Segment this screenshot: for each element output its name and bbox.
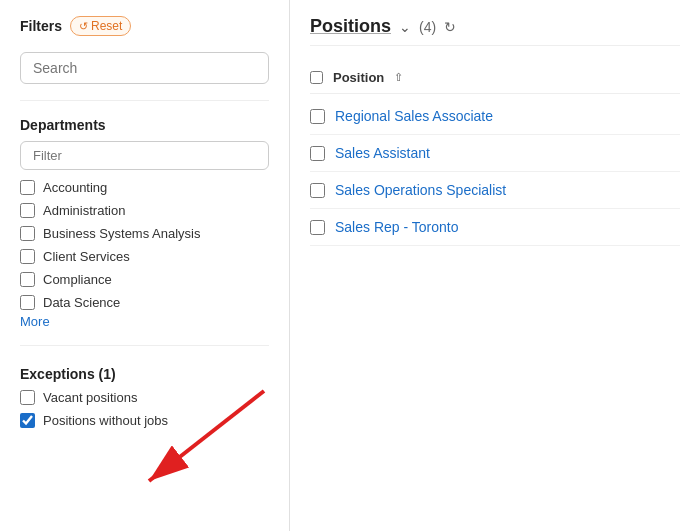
dept-checkbox-administration[interactable]: [20, 203, 35, 218]
dept-label-compliance: Compliance: [43, 272, 112, 287]
position-name-sales-ops: Sales Operations Specialist: [335, 182, 506, 198]
dept-item-accounting[interactable]: Accounting: [20, 180, 269, 195]
positions-title: Positions: [310, 16, 391, 37]
divider-1: [20, 100, 269, 101]
dept-label-client-services: Client Services: [43, 249, 130, 264]
dept-label-administration: Administration: [43, 203, 125, 218]
position-checkbox-regional-sales[interactable]: [310, 109, 325, 124]
divider-2: [20, 345, 269, 346]
position-name-sales-assistant: Sales Assistant: [335, 145, 430, 161]
table-header: Position ⇧: [310, 62, 680, 94]
dept-label-accounting: Accounting: [43, 180, 107, 195]
position-row-sales-rep-toronto[interactable]: Sales Rep - Toronto: [310, 209, 680, 246]
dept-item-client-services[interactable]: Client Services: [20, 249, 269, 264]
position-checkbox-sales-rep-toronto[interactable]: [310, 220, 325, 235]
exceptions-section: Exceptions (1) Vacant positions Position…: [20, 366, 269, 428]
position-checkbox-sales-assistant[interactable]: [310, 146, 325, 161]
reset-label: Reset: [91, 19, 122, 33]
positions-count: (4): [419, 19, 436, 35]
departments-list: Accounting Administration Business Syste…: [20, 180, 269, 310]
departments-title: Departments: [20, 117, 269, 133]
dept-checkbox-accounting[interactable]: [20, 180, 35, 195]
filters-header: Filters ↺ Reset: [20, 16, 269, 36]
position-name-regional-sales: Regional Sales Associate: [335, 108, 493, 124]
departments-more-link[interactable]: More: [20, 314, 50, 329]
exception-checkbox-without-jobs[interactable]: [20, 413, 35, 428]
position-row-regional-sales[interactable]: Regional Sales Associate: [310, 98, 680, 135]
exceptions-list: Vacant positions Positions without jobs: [20, 390, 269, 428]
dept-label-data-science: Data Science: [43, 295, 120, 310]
dept-item-administration[interactable]: Administration: [20, 203, 269, 218]
left-panel: Filters ↺ Reset Departments Accounting A…: [0, 0, 290, 531]
dept-checkbox-data-science[interactable]: [20, 295, 35, 310]
positions-refresh-icon[interactable]: ↻: [444, 19, 456, 35]
position-row-sales-ops[interactable]: Sales Operations Specialist: [310, 172, 680, 209]
exception-checkbox-vacant[interactable]: [20, 390, 35, 405]
reset-icon: ↺: [79, 20, 88, 33]
position-checkbox-sales-ops[interactable]: [310, 183, 325, 198]
dept-checkbox-client-services[interactable]: [20, 249, 35, 264]
dept-item-compliance[interactable]: Compliance: [20, 272, 269, 287]
right-panel: Positions ⌄ (4) ↻ Position ⇧ Regional Sa…: [290, 0, 700, 531]
departments-filter-input[interactable]: [20, 141, 269, 170]
exception-label-vacant: Vacant positions: [43, 390, 137, 405]
column-header-position: Position: [333, 70, 384, 85]
departments-section: Departments Accounting Administration Bu…: [20, 117, 269, 329]
exceptions-title: Exceptions (1): [20, 366, 269, 382]
position-name-sales-rep-toronto: Sales Rep - Toronto: [335, 219, 458, 235]
dept-item-business-systems[interactable]: Business Systems Analysis: [20, 226, 269, 241]
position-row-sales-assistant[interactable]: Sales Assistant: [310, 135, 680, 172]
sort-asc-icon[interactable]: ⇧: [394, 71, 403, 84]
search-input[interactable]: [20, 52, 269, 84]
positions-header: Positions ⌄ (4) ↻: [310, 16, 680, 46]
dept-checkbox-business-systems[interactable]: [20, 226, 35, 241]
select-all-checkbox[interactable]: [310, 71, 323, 84]
dept-item-data-science[interactable]: Data Science: [20, 295, 269, 310]
dept-label-business-systems: Business Systems Analysis: [43, 226, 201, 241]
dept-checkbox-compliance[interactable]: [20, 272, 35, 287]
exception-label-without-jobs: Positions without jobs: [43, 413, 168, 428]
exception-item-vacant[interactable]: Vacant positions: [20, 390, 269, 405]
filters-label: Filters: [20, 18, 62, 34]
positions-chevron-icon[interactable]: ⌄: [399, 19, 411, 35]
reset-button[interactable]: ↺ Reset: [70, 16, 131, 36]
exception-item-without-jobs[interactable]: Positions without jobs: [20, 413, 269, 428]
